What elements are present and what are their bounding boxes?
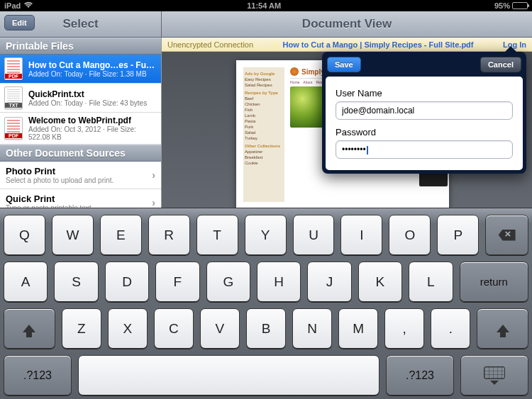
key-z[interactable]: Z	[62, 308, 101, 349]
shift-icon	[23, 325, 35, 332]
key-g[interactable]: G	[206, 262, 250, 302]
source-title: Photo Print	[6, 166, 155, 176]
flower-icon	[290, 67, 299, 76]
key-q[interactable]: Q	[4, 215, 45, 255]
key-b[interactable]: B	[246, 308, 286, 349]
key-p[interactable]: P	[437, 215, 479, 255]
key-y[interactable]: Y	[245, 215, 287, 255]
key-n[interactable]: N	[292, 308, 332, 349]
login-popover: Save Cancel User Name Password ••••••••	[322, 52, 526, 174]
file-pdf-icon	[4, 117, 23, 140]
file-sub: Added On: Today · File Size: 43 bytes	[28, 99, 157, 107]
file-row[interactable]: Welcome to WebPrint.pdf Added On: Oct 3,…	[0, 113, 161, 145]
file-title: QuickPrint.txt	[28, 89, 157, 99]
keyboard-row-1: Q W E R T Y U I O P	[4, 215, 528, 255]
key-j[interactable]: J	[307, 262, 351, 302]
sidebar-title: Select	[62, 17, 98, 31]
device-label: iPad	[4, 1, 21, 10]
keyboard: Q W E R T Y U I O P A S D F G H J K L re…	[0, 208, 532, 399]
document-header: Unencrypted Connection How to Cut a Mang…	[162, 38, 532, 52]
key-return[interactable]: return	[460, 262, 528, 302]
source-row-quick[interactable]: Quick Print Type or paste printable text…	[0, 189, 161, 208]
content-title: Document View	[302, 17, 392, 31]
key-o[interactable]: O	[389, 215, 431, 255]
hide-keyboard-icon	[484, 366, 505, 385]
keyboard-row-3: Z X C V B N M , .	[4, 308, 528, 349]
key-h[interactable]: H	[257, 262, 301, 302]
keyboard-row-4: .?123 .?123	[4, 355, 528, 395]
file-title: Welcome to WebPrint.pdf	[28, 116, 157, 125]
key-space[interactable]	[78, 355, 379, 395]
username-input[interactable]	[336, 101, 513, 120]
source-sub: Select a photo to upload and print.	[6, 176, 155, 184]
key-r[interactable]: R	[148, 215, 190, 255]
file-txt-icon	[4, 86, 23, 109]
key-i[interactable]: I	[340, 215, 382, 255]
username-label: User Name	[336, 88, 513, 99]
file-pdf-icon	[4, 57, 23, 80]
key-period[interactable]: .	[431, 308, 470, 349]
document-title: How to Cut a Mango | Simply Recipes - Fu…	[253, 40, 503, 49]
key-a[interactable]: A	[4, 262, 48, 302]
key-c[interactable]: C	[154, 308, 194, 349]
cancel-button[interactable]: Cancel	[480, 57, 521, 72]
keyboard-row-2: A S D F G H J K L return	[4, 262, 528, 302]
page-sidemenu: Ads by Google Easy Recipes Salad Recipes…	[243, 67, 284, 202]
wifi-icon	[23, 1, 33, 10]
chevron-right-icon: ›	[152, 169, 155, 181]
key-s[interactable]: S	[54, 262, 98, 302]
status-time: 11:54 AM	[33, 1, 494, 10]
key-numsym-right[interactable]: .?123	[386, 355, 454, 395]
password-label: Password	[336, 127, 513, 137]
edit-button[interactable]: Edit	[4, 15, 35, 30]
document-view: Unencrypted Connection How to Cut a Mang…	[162, 38, 532, 208]
files-header: Printable Files	[0, 38, 161, 55]
nav-bar: Edit Select Document View	[0, 11, 532, 38]
key-l[interactable]: L	[409, 262, 453, 302]
sources-header: Other Document Sources	[0, 145, 161, 162]
file-sub: Added On: Oct 3, 2012 · File Size: 522.0…	[28, 125, 157, 141]
key-d[interactable]: D	[105, 262, 149, 302]
text-cursor	[367, 146, 368, 154]
key-e[interactable]: E	[100, 215, 142, 255]
connection-warning: Unencrypted Connection	[167, 40, 253, 49]
key-shift-left[interactable]	[4, 308, 55, 349]
file-row[interactable]: QuickPrint.txt Added On: Today · File Si…	[0, 84, 161, 113]
file-row[interactable]: How to Cut a Mango…es - Full Site.pdf Ad…	[0, 55, 161, 84]
source-title: Quick Print	[6, 193, 155, 204]
key-x[interactable]: X	[108, 308, 148, 349]
source-row-photo[interactable]: Photo Print Select a photo to upload and…	[0, 162, 161, 189]
key-backspace[interactable]	[485, 215, 528, 255]
status-bar: iPad 11:54 AM 95%	[0, 0, 532, 11]
shift-icon	[497, 325, 509, 332]
key-f[interactable]: F	[155, 262, 199, 302]
sidebar: Printable Files How to Cut a Mango…es - …	[0, 38, 162, 208]
key-shift-right[interactable]	[477, 308, 528, 349]
password-input[interactable]: ••••••••	[336, 140, 513, 159]
key-w[interactable]: W	[52, 215, 94, 255]
file-sub: Added On: Today · File Size: 1.38 MB	[28, 70, 157, 78]
battery-icon	[512, 2, 528, 9]
chevron-right-icon: ›	[152, 197, 155, 208]
key-v[interactable]: V	[200, 308, 240, 349]
key-k[interactable]: K	[358, 262, 402, 302]
battery-percent: 95%	[494, 1, 510, 10]
key-t[interactable]: T	[196, 215, 238, 255]
file-title: How to Cut a Mango…es - Full Site.pdf	[28, 60, 157, 70]
save-button[interactable]: Save	[327, 57, 361, 72]
key-comma[interactable]: ,	[384, 308, 424, 349]
key-numsym-left[interactable]: .?123	[4, 355, 72, 395]
backspace-icon	[499, 230, 516, 241]
key-hide-keyboard[interactable]	[460, 355, 528, 395]
key-m[interactable]: M	[338, 308, 378, 349]
key-u[interactable]: U	[293, 215, 335, 255]
